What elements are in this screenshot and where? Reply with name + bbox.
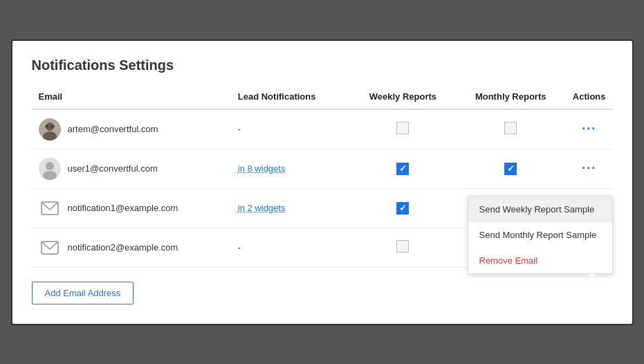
avatar (39, 158, 61, 180)
col-header-actions: Actions (566, 86, 613, 109)
avatar-person-icon (39, 158, 61, 180)
actions-cell: ··· (566, 149, 613, 188)
lead-notifications-cell: - (231, 228, 350, 267)
lead-notifications-cell: in 8 widgets (231, 149, 350, 188)
dropdown-item-weekly-sample[interactable]: Send Weekly Report Sample (468, 197, 612, 222)
lead-notifications-dash: - (238, 242, 241, 253)
lead-notifications-cell: - (231, 109, 350, 149)
dropdown-arrow (588, 273, 596, 277)
avatar (39, 118, 61, 140)
lead-notifications-cell: in 2 widgets (231, 188, 350, 228)
col-header-email: Email (32, 86, 231, 109)
dropdown-menu: Send Weekly Report Sample Send Monthly R… (468, 196, 613, 274)
col-header-monthly-reports: Monthly Reports (456, 86, 566, 109)
col-header-lead-notifications: Lead Notifications (231, 86, 350, 109)
lead-notifications-dash: - (238, 124, 241, 134)
monthly-checkbox-unchecked[interactable] (504, 122, 517, 134)
weekly-checkbox-checked[interactable]: ✓ (396, 163, 409, 175)
actions-cell: ··· (566, 109, 613, 149)
email-cell: notification1@example.com (32, 188, 231, 228)
avatar (39, 237, 61, 259)
add-email-button[interactable]: Add Email Address (32, 282, 134, 304)
email-text: user1@convertful.com (68, 163, 158, 174)
weekly-reports-cell (350, 109, 455, 149)
email-text: notification1@example.com (68, 203, 178, 213)
avatar (39, 197, 61, 219)
col-header-weekly-reports: Weekly Reports (350, 86, 455, 109)
actions-menu-button[interactable]: ··· (578, 120, 600, 138)
actions-menu-button[interactable]: ··· (578, 160, 600, 177)
weekly-reports-cell (350, 228, 455, 267)
lead-notifications-link[interactable]: in 2 widgets (238, 203, 286, 213)
svg-point-7 (46, 162, 54, 170)
dropdown-item-monthly-sample[interactable]: Send Monthly Report Sample (468, 222, 612, 248)
table-row: artem@convertful.com - ··· (32, 109, 613, 149)
table-row: user1@convertful.com in 8 widgets ✓ ✓ ··… (32, 149, 613, 188)
email-cell: user1@convertful.com (32, 149, 231, 188)
weekly-checkbox-unchecked[interactable] (396, 240, 409, 253)
monthly-reports-cell (456, 109, 566, 149)
email-text: notification2@example.com (68, 242, 178, 253)
weekly-checkbox-unchecked[interactable] (396, 122, 409, 134)
mail-icon (41, 241, 59, 255)
monthly-reports-cell: ✓ (456, 149, 566, 188)
notifications-settings-card: Notifications Settings Email Lead Notifi… (11, 39, 634, 325)
email-cell: artem@convertful.com (32, 109, 231, 149)
page-title: Notifications Settings (32, 57, 613, 73)
lead-notifications-link[interactable]: in 8 widgets (238, 163, 286, 174)
svg-rect-3 (45, 125, 48, 127)
email-text: artem@convertful.com (68, 124, 158, 134)
weekly-reports-cell: ✓ (350, 188, 455, 228)
monthly-checkbox-checked[interactable]: ✓ (504, 163, 517, 175)
mail-icon (41, 201, 59, 215)
email-cell: notification2@example.com (32, 228, 231, 267)
dropdown-item-remove-email[interactable]: Remove Email (468, 248, 612, 273)
weekly-reports-cell: ✓ (350, 149, 455, 188)
table-header-row: Email Lead Notifications Weekly Reports … (32, 86, 613, 109)
svg-rect-5 (48, 126, 51, 127)
avatar-image (39, 118, 61, 140)
weekly-checkbox-checked[interactable]: ✓ (396, 202, 409, 215)
svg-rect-4 (51, 125, 55, 127)
